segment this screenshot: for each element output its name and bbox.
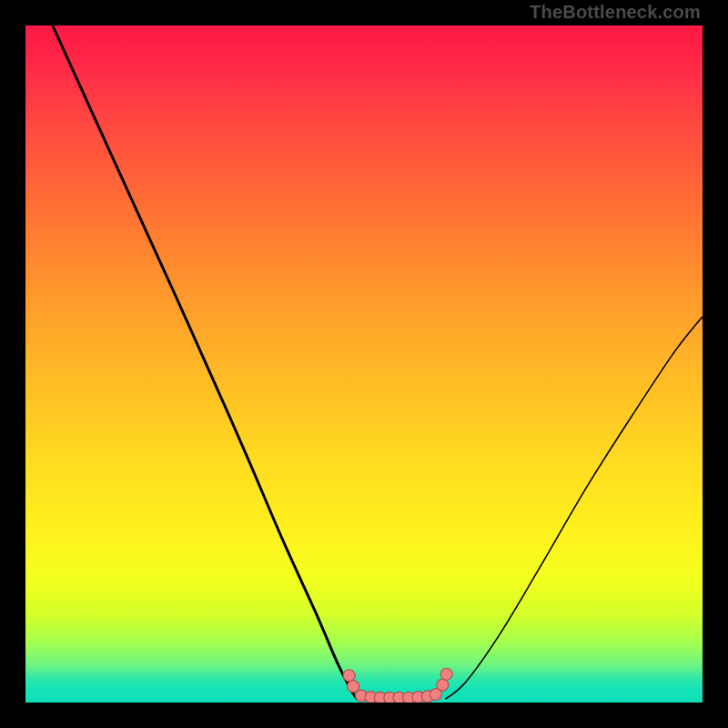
valley-marker <box>343 670 355 682</box>
attribution-label: TheBottleneck.com <box>530 2 701 23</box>
valley-marker <box>440 668 452 680</box>
valley-marker <box>437 679 449 691</box>
plot-area <box>25 25 703 703</box>
outer-frame: TheBottleneck.com <box>0 0 728 728</box>
marker-layer <box>25 25 703 703</box>
valley-marker <box>348 681 359 693</box>
